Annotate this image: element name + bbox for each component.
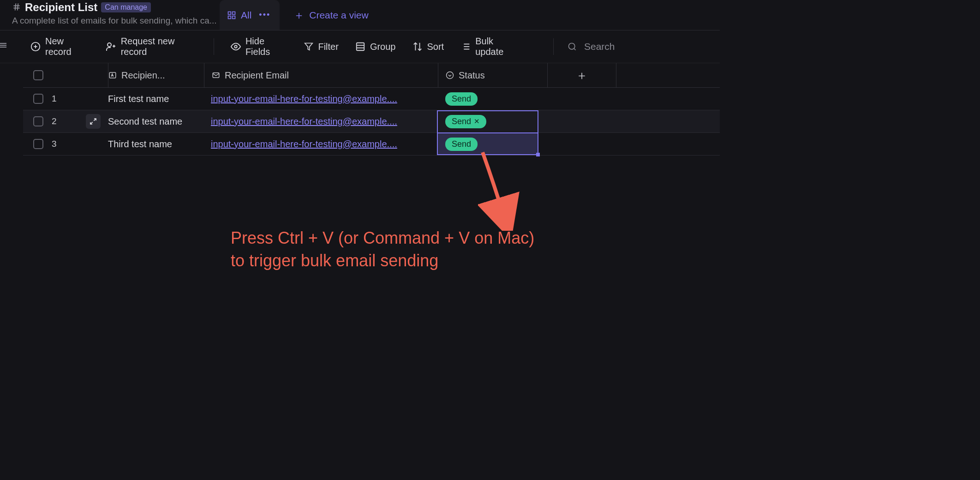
row-checkbox[interactable]: [33, 94, 43, 104]
svg-rect-6: [228, 16, 231, 18]
row-number: 2: [52, 116, 57, 126]
email-icon: [212, 71, 220, 79]
svg-rect-5: [233, 12, 235, 14]
table-row[interactable]: 1 First test name input-your-email-here-…: [23, 88, 720, 110]
svg-marker-15: [305, 43, 313, 50]
svg-point-11: [108, 43, 111, 47]
svg-point-29: [447, 72, 454, 79]
topbar: Recipient List Can manage A complete lis…: [0, 0, 720, 30]
svg-rect-7: [233, 16, 235, 18]
group-label: Group: [370, 42, 396, 52]
add-column-button[interactable]: ＋: [548, 63, 616, 87]
plus-icon: ＋: [576, 67, 588, 84]
email-link[interactable]: input-your-email-here-for-testing@exampl…: [211, 116, 397, 127]
filter-button[interactable]: Filter: [304, 42, 338, 52]
svg-line-26: [574, 48, 576, 50]
cell-email[interactable]: input-your-email-here-for-testing@exampl…: [203, 88, 437, 110]
cell-name[interactable]: First test name: [108, 88, 203, 110]
email-link[interactable]: input-your-email-here-for-testing@exampl…: [211, 139, 397, 150]
sidebar-toggle[interactable]: [0, 39, 6, 51]
cell-email[interactable]: input-your-email-here-for-testing@exampl…: [203, 133, 437, 155]
column-header-name[interactable]: Recipien...: [108, 63, 204, 87]
status-badge: Send: [445, 138, 478, 151]
hide-fields-button[interactable]: Hide Fields: [231, 36, 288, 57]
email-link[interactable]: input-your-email-here-for-testing@exampl…: [211, 94, 397, 104]
row-checkbox[interactable]: [33, 139, 43, 149]
status-badge[interactable]: Send ✕: [445, 115, 486, 128]
svg-line-2: [15, 3, 16, 10]
expand-icon: [90, 118, 97, 125]
column-status-label: Status: [459, 70, 485, 81]
svg-point-14: [234, 45, 237, 48]
create-view-label: Create a view: [309, 10, 368, 21]
new-record-button[interactable]: New record: [30, 36, 89, 57]
header-checkbox-cell: [23, 63, 108, 87]
cell-name[interactable]: Third test name: [108, 133, 203, 155]
bulk-update-label: Bulk update: [475, 36, 520, 57]
toolbar-separator: [214, 38, 214, 55]
permission-badge[interactable]: Can manage: [101, 2, 151, 12]
row-checkbox[interactable]: [33, 116, 43, 126]
svg-point-25: [568, 43, 574, 49]
search-input[interactable]: [583, 41, 706, 53]
toolbar: New record Request new record Hide Field…: [0, 30, 720, 63]
search-box[interactable]: [553, 38, 720, 55]
group-button[interactable]: Group: [355, 42, 396, 52]
cell-status[interactable]: Send: [437, 88, 547, 110]
hide-fields-label: Hide Fields: [245, 36, 288, 57]
expand-row-button[interactable]: [86, 114, 101, 129]
sort-button[interactable]: Sort: [412, 42, 444, 52]
select-all-checkbox[interactable]: [33, 70, 43, 80]
annotation-arrow: [478, 148, 520, 231]
annotation-text: Press Ctrl + V (or Command + V on Mac) t…: [231, 227, 534, 272]
plus-icon: ＋: [293, 10, 305, 21]
svg-rect-4: [228, 12, 231, 14]
filter-label: Filter: [318, 42, 338, 52]
title-block: Recipient List Can manage A complete lis…: [12, 0, 220, 26]
table-header: Recipien... Recipient Email Status ＋: [23, 63, 720, 88]
select-icon: [446, 71, 454, 79]
bulk-update-button[interactable]: Bulk update: [460, 36, 520, 57]
hash-icon: [12, 2, 21, 13]
selection-handle[interactable]: [536, 153, 540, 156]
search-icon: [568, 42, 577, 51]
tab-menu-icon[interactable]: •••: [259, 10, 270, 20]
column-header-email[interactable]: Recipient Email: [204, 63, 438, 87]
tab-all[interactable]: All •••: [220, 0, 280, 30]
table-row[interactable]: 2 Second test name input-your-email-here…: [23, 110, 720, 133]
cell-status[interactable]: Send: [437, 133, 538, 155]
remove-tag-icon[interactable]: ✕: [474, 117, 480, 126]
cell-name[interactable]: Second test name: [108, 110, 203, 132]
svg-rect-16: [357, 43, 365, 51]
new-record-label: New record: [45, 36, 89, 57]
create-view-button[interactable]: ＋ Create a view: [289, 10, 373, 21]
request-record-label: Request new record: [121, 36, 197, 57]
text-icon: [108, 71, 117, 79]
column-email-label: Recipient Email: [225, 70, 289, 81]
page-title: Recipient List: [25, 1, 97, 14]
row-number: 1: [52, 94, 57, 104]
grid-icon: [227, 11, 236, 20]
column-header-status[interactable]: Status: [438, 63, 548, 87]
status-badge: Send: [445, 92, 478, 106]
svg-line-3: [18, 3, 18, 10]
hamburger-icon: [0, 42, 6, 48]
data-table: Recipien... Recipient Email Status ＋ 1 F…: [23, 63, 720, 156]
page-subtitle: A complete list of emails for bulk sendi…: [12, 16, 220, 26]
table-row[interactable]: 3 Third test name input-your-email-here-…: [23, 133, 720, 156]
view-tabs: All ••• ＋ Create a view: [220, 0, 373, 30]
row-number: 3: [52, 139, 57, 149]
cell-status[interactable]: Send ✕: [437, 110, 538, 132]
column-name-label: Recipien...: [121, 70, 165, 81]
tab-label: All: [241, 10, 251, 21]
sort-label: Sort: [427, 42, 444, 52]
cell-email[interactable]: input-your-email-here-for-testing@exampl…: [203, 110, 437, 132]
request-record-button[interactable]: Request new record: [105, 36, 197, 57]
